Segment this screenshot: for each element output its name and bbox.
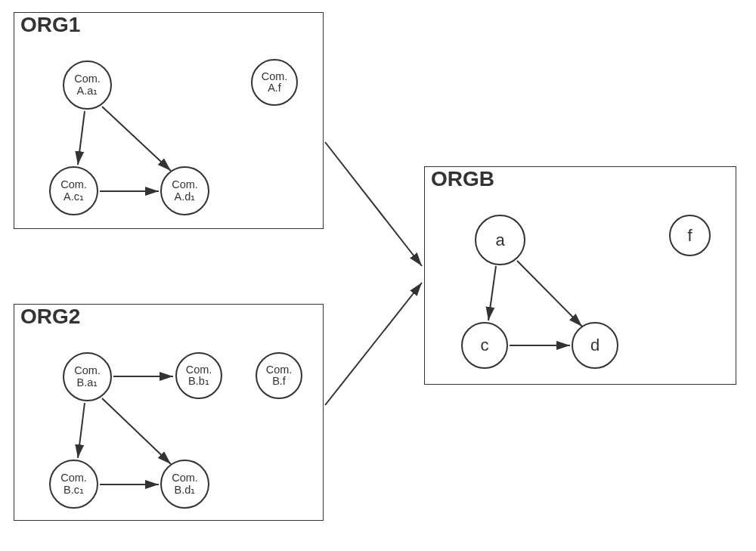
- node-label-line1: Com.: [186, 364, 212, 376]
- node-orgb-d: d: [572, 322, 618, 369]
- node-label-line1: Com.: [60, 472, 87, 484]
- node-label-line2: B.b₁: [188, 376, 209, 387]
- node-label-line2: B.d₁: [175, 484, 196, 496]
- org2-title: ORG2: [20, 305, 80, 329]
- orgb-title: ORGB: [431, 167, 494, 191]
- node-label-line2: A.f: [268, 82, 281, 94]
- node-label-line2: B.a₁: [77, 377, 98, 388]
- node-label-line1: Com.: [60, 179, 87, 190]
- org1-title: ORG1: [20, 13, 80, 37]
- node-label-line2: B.f: [272, 376, 286, 387]
- edge-org2-to-orgb: [325, 283, 422, 405]
- node-label-line1: Com.: [266, 364, 293, 376]
- node-orgb-f: f: [669, 215, 711, 256]
- node-org2-Bb1: Com. B.b₁: [175, 352, 222, 399]
- node-org2-Ba1: Com. B.a₁: [63, 352, 112, 401]
- node-label-line2: B.c₁: [64, 484, 84, 496]
- node-label: c: [481, 336, 489, 354]
- node-org1-Af: Com. A.f: [251, 59, 298, 106]
- node-org2-Bd1: Com. B.d₁: [160, 460, 209, 509]
- node-label-line1: Com.: [74, 365, 101, 376]
- node-label-line2: A.a₁: [77, 85, 98, 97]
- node-label-line2: A.d₁: [175, 191, 196, 203]
- node-label: a: [495, 231, 504, 249]
- node-org2-Bc1: Com. B.c₁: [49, 460, 98, 509]
- node-label-line2: A.c₁: [64, 191, 84, 203]
- node-label: f: [687, 227, 692, 244]
- node-org1-Ad1: Com. A.d₁: [160, 166, 209, 215]
- edge-org1-to-orgb: [325, 142, 422, 266]
- node-label-line1: Com.: [262, 71, 288, 82]
- node-label-line1: Com.: [172, 472, 198, 484]
- node-label: d: [590, 336, 600, 354]
- node-orgb-c: c: [461, 322, 508, 369]
- node-org1-Aa1: Com. A.a₁: [63, 60, 112, 110]
- node-org1-Ac1: Com. A.c₁: [49, 166, 98, 215]
- node-label-line1: Com.: [74, 73, 101, 85]
- node-org2-Bf: Com. B.f: [256, 352, 302, 399]
- node-label-line1: Com.: [172, 179, 198, 190]
- node-orgb-a: a: [475, 215, 525, 265]
